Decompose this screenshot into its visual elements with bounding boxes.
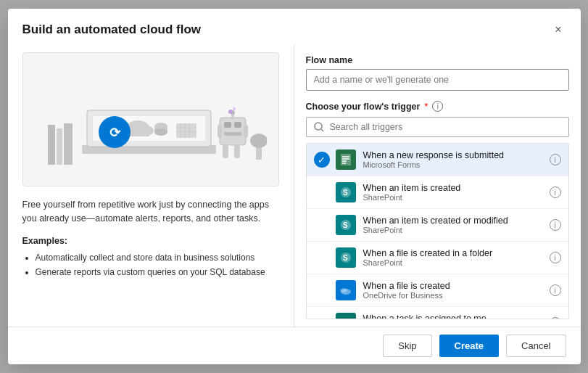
examples-title: Examples:	[22, 236, 279, 246]
right-panel: Flow name Choose your flow's trigger * i	[294, 45, 581, 327]
trigger-app-1: SharePoint	[363, 193, 550, 202]
trigger-item-sp-created[interactable]: S When an item is created SharePoint i	[307, 176, 568, 209]
svg-rect-22	[224, 132, 241, 136]
svg-text:S: S	[343, 254, 348, 262]
example-item-1: Automatically collect and store data in …	[36, 250, 279, 265]
cancel-button[interactable]: Cancel	[506, 335, 566, 357]
trigger-text-sp-file-folder: When a file is created in a folder Share…	[363, 248, 550, 267]
svg-line-36	[321, 129, 323, 131]
trigger-item-sp-file-folder[interactable]: S When a file is created in a folder Sha…	[307, 242, 568, 274]
modal-overlay: Build an automated cloud flow ×	[0, 0, 588, 373]
svg-point-30	[250, 134, 267, 148]
trigger-info-5[interactable]: i	[550, 317, 561, 319]
trigger-item-sp-created-modified[interactable]: S When an item is created or modified Sh…	[307, 209, 568, 242]
trigger-search-box[interactable]	[306, 117, 569, 137]
trigger-label-row: Choose your flow's trigger * i	[306, 101, 569, 112]
trigger-info-3[interactable]: i	[550, 252, 561, 263]
svg-point-34	[233, 107, 236, 110]
svg-rect-25	[223, 145, 228, 158]
trigger-text-planner: When a task is assigned to me Planner	[363, 313, 550, 319]
svg-rect-19	[220, 118, 246, 145]
trigger-app-3: SharePoint	[363, 258, 550, 267]
modal-title: Build an automated cloud flow	[22, 22, 202, 37]
trigger-app-0: Microsoft Forms	[363, 160, 550, 169]
svg-rect-0	[48, 125, 55, 165]
onedrive-app-icon	[336, 280, 356, 300]
modal-header: Build an automated cloud flow ×	[8, 9, 581, 45]
planner-app-icon	[336, 313, 356, 319]
selected-check-icon: ✓	[314, 152, 330, 168]
svg-point-33	[228, 110, 233, 114]
svg-rect-13	[176, 123, 196, 138]
left-panel: ⟳ Free yourself from repetitive work jus…	[8, 45, 294, 327]
svg-text:S: S	[343, 221, 348, 229]
svg-text:⟳: ⟳	[109, 126, 120, 140]
svg-point-35	[315, 123, 322, 130]
svg-point-49	[340, 288, 347, 292]
svg-rect-24	[244, 125, 248, 138]
skip-button[interactable]: Skip	[383, 335, 431, 357]
trigger-app-4: OneDrive for Business	[363, 291, 550, 300]
trigger-item-onedrive[interactable]: When a file is created OneDrive for Busi…	[307, 274, 568, 307]
trigger-text-forms-response: When a new response is submitted Microso…	[363, 150, 550, 169]
required-star: *	[424, 101, 428, 112]
trigger-name-0: When a new response is submitted	[363, 150, 550, 160]
sharepoint-app-icon-1: S	[336, 182, 356, 202]
examples-list: Automatically collect and store data in …	[22, 250, 279, 280]
description-text: Free yourself from repetitive work just …	[22, 198, 279, 226]
svg-rect-26	[234, 145, 240, 158]
trigger-info-2[interactable]: i	[550, 219, 561, 231]
svg-rect-2	[64, 123, 73, 165]
trigger-app-2: SharePoint	[363, 226, 550, 234]
sharepoint-app-icon-2: S	[336, 215, 356, 235]
trigger-item-planner[interactable]: When a task is assigned to me Planner i	[307, 307, 568, 319]
close-button[interactable]: ×	[550, 22, 566, 38]
svg-rect-21	[234, 122, 241, 128]
trigger-text-sp-created: When an item is created SharePoint	[363, 183, 550, 202]
forms-app-icon	[336, 149, 356, 170]
trigger-text-sp-created-modified: When an item is created or modified Shar…	[363, 216, 550, 234]
trigger-name-3: When a file is created in a folder	[363, 248, 550, 258]
trigger-label: Choose your flow's trigger	[306, 102, 421, 112]
trigger-name-2: When an item is created or modified	[363, 216, 550, 226]
illustration: ⟳	[22, 52, 279, 186]
trigger-info-1[interactable]: i	[550, 186, 561, 198]
svg-rect-1	[57, 128, 62, 165]
modal-body: ⟳ Free yourself from repetitive work jus…	[8, 45, 581, 327]
search-icon	[314, 122, 324, 132]
trigger-item-forms-response[interactable]: ✓ When a new response is submitt	[307, 144, 568, 176]
trigger-info-icon[interactable]: i	[432, 101, 443, 112]
example-item-2: Generate reports via custom queries on y…	[36, 265, 279, 279]
trigger-name-5: When a task is assigned to me	[363, 313, 550, 319]
trigger-info-0[interactable]: i	[550, 154, 561, 165]
flow-name-label: Flow name	[306, 55, 569, 65]
svg-text:S: S	[343, 189, 348, 197]
sharepoint-app-icon-3: S	[336, 247, 356, 268]
modal: Build an automated cloud flow ×	[8, 9, 581, 364]
trigger-name-1: When an item is created	[363, 183, 550, 193]
svg-point-12	[154, 128, 167, 136]
svg-rect-20	[224, 122, 231, 128]
trigger-list: ✓ When a new response is submitt	[306, 143, 569, 319]
modal-footer: Skip Create Cancel	[8, 327, 581, 364]
create-button[interactable]: Create	[439, 335, 499, 357]
trigger-name-4: When a file is created	[363, 281, 550, 291]
flow-name-input[interactable]	[306, 69, 569, 91]
trigger-text-onedrive: When a file is created OneDrive for Busi…	[363, 281, 550, 300]
trigger-info-4[interactable]: i	[550, 284, 561, 296]
svg-rect-23	[218, 125, 222, 138]
trigger-search-input[interactable]	[330, 122, 561, 132]
